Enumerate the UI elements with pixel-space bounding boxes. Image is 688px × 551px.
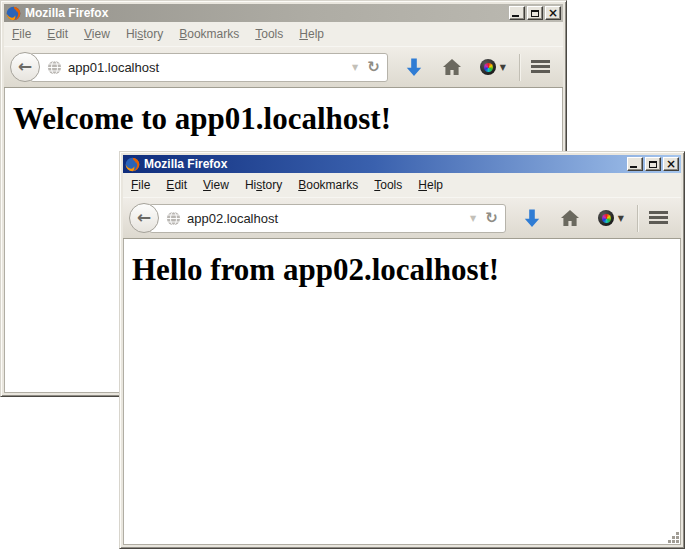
- menu-tools[interactable]: Tools: [247, 24, 291, 44]
- titlebar[interactable]: Mozilla Firefox ×: [4, 4, 563, 22]
- page-heading: Hello from app02.localhost!: [132, 252, 672, 288]
- back-icon: ←: [18, 58, 32, 75]
- menu-bookmarks[interactable]: Bookmarks: [171, 24, 247, 44]
- menu-edit[interactable]: Edit: [39, 24, 76, 44]
- page-content: Hello from app02.localhost!: [123, 239, 681, 545]
- addon-button[interactable]: ▼: [480, 59, 506, 75]
- url-text: app02.localhost: [187, 211, 466, 226]
- url-dropdown-icon[interactable]: ▼: [470, 214, 476, 223]
- menu-file[interactable]: File: [4, 24, 39, 44]
- close-button[interactable]: ×: [663, 157, 679, 171]
- back-button[interactable]: ←: [10, 52, 40, 82]
- menu-history[interactable]: History: [118, 24, 171, 44]
- menu-edit[interactable]: Edit: [158, 175, 195, 195]
- menu-view[interactable]: View: [195, 175, 237, 195]
- resize-grip[interactable]: [668, 532, 680, 544]
- minimize-icon: [512, 15, 519, 17]
- window-title: Mozilla Firefox: [25, 6, 507, 20]
- window-title: Mozilla Firefox: [144, 157, 625, 171]
- url-dropdown-icon[interactable]: ▼: [352, 63, 358, 72]
- menu-file[interactable]: File: [123, 175, 158, 195]
- addon-icon: [598, 210, 614, 226]
- menu-bookmarks[interactable]: Bookmarks: [290, 175, 366, 195]
- addon-button[interactable]: ▼: [598, 210, 624, 226]
- close-button[interactable]: ×: [545, 6, 561, 20]
- url-bar[interactable]: app01.localhost ▼ ↻: [30, 53, 388, 82]
- menu-bar: File Edit View History Bookmarks Tools H…: [4, 22, 563, 46]
- url-bar[interactable]: app02.localhost ▼ ↻: [149, 204, 506, 233]
- navigation-toolbar: ← app02.localhost ▼ ↻ ▼: [123, 197, 681, 239]
- menu-tools[interactable]: Tools: [366, 175, 410, 195]
- back-button[interactable]: ←: [129, 203, 159, 233]
- navigation-toolbar: ← app01.localhost ▼ ↻ ▼: [4, 46, 563, 88]
- resize-grip-icon: [668, 540, 671, 543]
- reload-button[interactable]: ↻: [367, 60, 380, 75]
- app-menu-button[interactable]: [531, 60, 551, 74]
- menu-help[interactable]: Help: [291, 24, 332, 44]
- window-controls: ×: [507, 6, 561, 20]
- menu-history[interactable]: History: [237, 175, 290, 195]
- firefox-window-app02: Mozilla Firefox × File Edit View History…: [119, 151, 685, 549]
- downloads-button[interactable]: [404, 57, 424, 77]
- download-icon: [404, 57, 424, 77]
- menu-bar: File Edit View History Bookmarks Tools H…: [123, 173, 681, 197]
- menu-view[interactable]: View: [76, 24, 118, 44]
- hamburger-icon: [649, 211, 668, 214]
- page-heading: Welcome to app01.localhost!: [13, 101, 554, 137]
- url-text: app01.localhost: [68, 60, 348, 75]
- addon-icon: [480, 59, 496, 75]
- download-icon: [522, 208, 542, 228]
- toolbar-separator: [637, 205, 638, 232]
- reload-button[interactable]: ↻: [485, 211, 498, 226]
- maximize-button[interactable]: [645, 157, 661, 171]
- titlebar[interactable]: Mozilla Firefox ×: [123, 155, 681, 173]
- hamburger-icon: [531, 60, 550, 63]
- toolbar-separator: [519, 54, 520, 81]
- home-button[interactable]: [442, 58, 462, 76]
- globe-icon: [166, 211, 181, 226]
- home-button[interactable]: [560, 209, 580, 227]
- chevron-down-icon: ▼: [500, 63, 506, 72]
- maximize-icon: [531, 10, 539, 17]
- menu-help[interactable]: Help: [410, 175, 451, 195]
- firefox-icon: [125, 157, 140, 172]
- globe-icon: [47, 60, 62, 75]
- home-icon: [442, 58, 462, 76]
- home-icon: [560, 209, 580, 227]
- downloads-button[interactable]: [522, 208, 542, 228]
- chevron-down-icon: ▼: [618, 214, 624, 223]
- close-icon: ×: [548, 8, 558, 18]
- maximize-icon: [649, 161, 657, 168]
- close-icon: ×: [666, 159, 676, 169]
- minimize-button[interactable]: [509, 6, 525, 20]
- back-icon: ←: [137, 209, 151, 226]
- minimize-icon: [630, 166, 637, 168]
- app-menu-button[interactable]: [649, 211, 669, 225]
- firefox-icon: [6, 6, 21, 21]
- maximize-button[interactable]: [527, 6, 543, 20]
- minimize-button[interactable]: [627, 157, 643, 171]
- window-controls: ×: [625, 157, 679, 171]
